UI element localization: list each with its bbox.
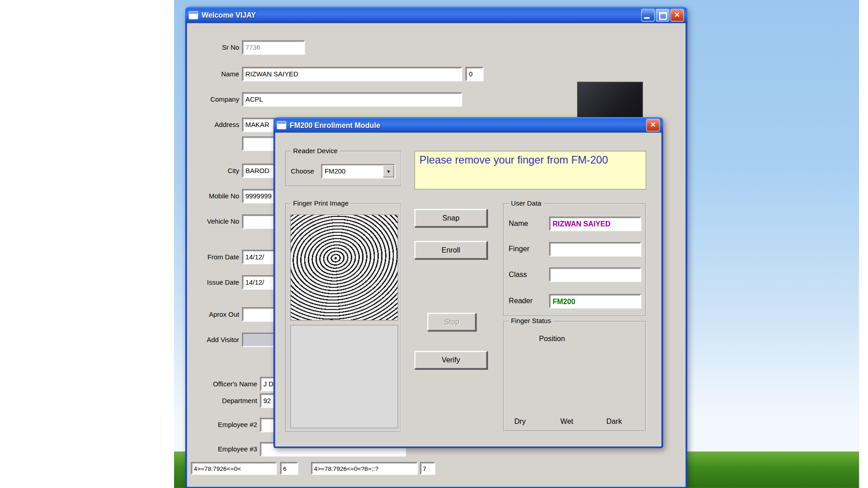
name-count-field[interactable] [466, 67, 484, 81]
ud-finger-field[interactable] [549, 242, 642, 257]
reader-device-combo[interactable]: FM200 ▼ [321, 164, 395, 178]
fm200-close-button[interactable]: ✕ [646, 118, 660, 131]
fingerprint-group: Finger Print Image [285, 203, 401, 433]
ud-name-label: Name [509, 216, 528, 231]
minimize-icon [644, 17, 650, 19]
chevron-down-icon[interactable]: ▼ [383, 165, 394, 178]
address-label: Address [187, 117, 240, 132]
officers-name-label: Officer's Name [187, 377, 257, 391]
ud-reader-field[interactable] [549, 294, 642, 309]
minimize-button[interactable] [641, 9, 655, 21]
company-field[interactable] [242, 92, 462, 107]
status-field-4[interactable] [420, 462, 435, 474]
close-icon: ✕ [650, 121, 656, 129]
name-field[interactable] [242, 67, 462, 81]
reader-device-legend: Reader Device [291, 147, 340, 155]
mobile-no-label: Mobile No [187, 189, 240, 203]
welcome-titlebar[interactable]: Welcome VIJAY ✕ [185, 7, 687, 23]
ud-class-label: Class [509, 267, 527, 282]
company-label: Company [187, 92, 240, 107]
fingerprint-legend: Finger Print Image [291, 200, 351, 207]
verify-button[interactable]: Verify [415, 351, 487, 369]
fingerprint-image [290, 215, 398, 321]
fingerprint-ridges [290, 215, 398, 321]
aprox-out-label: Aprox Out [187, 307, 240, 322]
close-icon: ✕ [675, 11, 680, 19]
finger-status-group: Finger Status Position Dry Wet Dark [503, 321, 646, 432]
user-data-group: User Data Name Finger Class Reader [503, 203, 646, 317]
fm200-window-title: FM200 Enrollment Module [290, 121, 380, 129]
fm200-titlebar[interactable]: FM200 Enrollment Module ✕ [274, 117, 663, 132]
close-button[interactable]: ✕ [670, 9, 684, 21]
stop-button[interactable]: Stop [427, 313, 476, 331]
status-field-3[interactable] [311, 462, 418, 474]
welcome-window-title: Welcome VIJAY [202, 11, 256, 19]
issue-date-label: Issue Date [187, 275, 240, 290]
choose-label: Choose [291, 164, 314, 178]
dry-indicator-label: Dry [514, 417, 526, 425]
status-message-text: Please remove your finger from FM-200 [420, 154, 608, 166]
maximize-button[interactable] [656, 9, 670, 21]
name-label: Name [187, 67, 240, 81]
user-data-legend: User Data [509, 200, 543, 207]
fm200-window: FM200 Enrollment Module ✕ Reader Device … [274, 117, 663, 448]
fingerprint-empty-panel [290, 325, 398, 428]
sr-no-label: Sr No [187, 40, 240, 55]
ud-reader-label: Reader [509, 294, 533, 309]
employee2-label: Employee #2 [187, 418, 257, 432]
position-label: Position [539, 334, 565, 343]
screen-stage: Welcome VIJAY ✕ Sr No Name Company Addre… [0, 0, 868, 488]
ud-name-field[interactable] [549, 216, 642, 231]
employee3-label: Employee #3 [187, 442, 257, 456]
status-field-2[interactable] [280, 462, 298, 474]
ud-finger-label: Finger [509, 242, 529, 257]
reader-device-selected: FM200 [322, 168, 383, 175]
reader-device-group: Reader Device Choose FM200 ▼ [285, 151, 401, 187]
status-message-panel: Please remove your finger from FM-200 [415, 151, 646, 190]
city-label: City [187, 164, 240, 178]
sr-no-field[interactable] [242, 40, 305, 55]
finger-status-legend: Finger Status [509, 317, 553, 325]
add-visitor-label: Add Visitor [187, 333, 240, 347]
department-label: Department [187, 394, 257, 408]
form-icon [189, 11, 198, 19]
enroll-button[interactable]: Enroll [415, 241, 487, 259]
maximize-icon [659, 12, 667, 19]
status-field-1[interactable] [191, 462, 277, 474]
vehicle-no-label: Vehicle No [187, 215, 240, 229]
ud-class-field[interactable] [549, 267, 642, 282]
wet-indicator-label: Wet [561, 417, 573, 425]
form-icon [277, 121, 286, 129]
snap-button[interactable]: Snap [415, 209, 487, 227]
from-date-label: From Date [187, 250, 240, 264]
dark-indicator-label: Dark [606, 417, 622, 425]
